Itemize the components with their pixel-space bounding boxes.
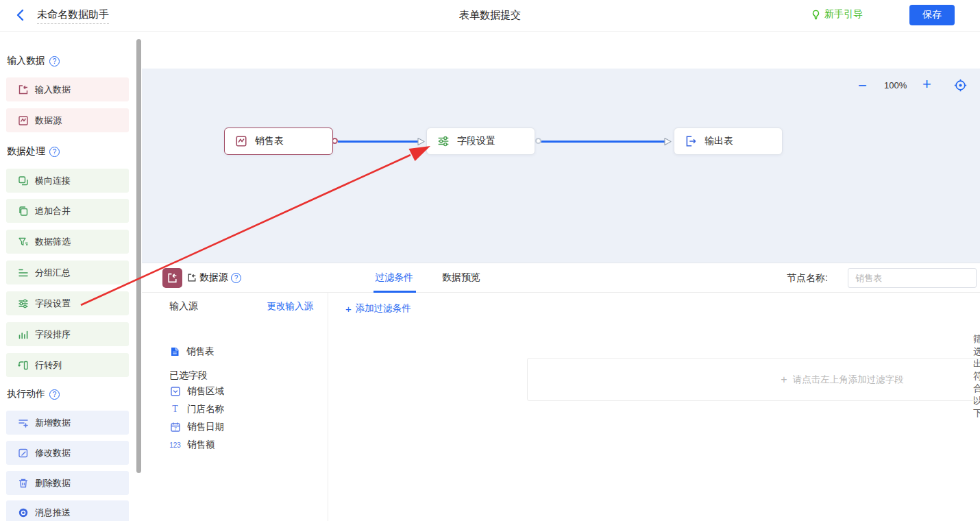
beginner-guide-label: 新手引导: [824, 8, 863, 21]
data-source-icon: [234, 135, 247, 148]
section-title-actions: 执行动作 ?: [7, 388, 60, 400]
tab-data-preview[interactable]: 数据预览: [442, 271, 480, 284]
edge-fields-to-output: [541, 141, 665, 143]
zoom-in-icon[interactable]: +: [922, 75, 931, 93]
section-title-text: 输入数据: [7, 55, 45, 67]
tab-filter-conditions[interactable]: 过滤条件: [375, 271, 413, 284]
sidebar-item-field-settings[interactable]: 字段设置: [6, 291, 129, 315]
sidebar-item-input-data[interactable]: 输入数据: [6, 77, 129, 101]
top-header: 未命名数据助手 表单数据提交 新手引导 保存: [0, 0, 980, 32]
plus-icon: +: [781, 374, 787, 386]
node-sales-table[interactable]: 销售表: [224, 128, 333, 155]
sidebar-item-label: 追加合并: [35, 205, 71, 217]
help-icon[interactable]: ?: [49, 56, 60, 66]
sidebar-item-label: 修改数据: [35, 447, 71, 459]
sidebar-item-add-data[interactable]: 新增数据: [6, 411, 129, 435]
node-name-label: 节点名称:: [787, 272, 828, 284]
sidebar-item-label: 新增数据: [35, 417, 71, 429]
filter-conditions-area: + 添加过滤条件 筛选出符合以下 所有 条件的数据 + 请点击左上角添加过滤字段: [328, 293, 980, 521]
message-push-icon: [17, 507, 29, 518]
field-row-sales-amount: 123 销售额: [169, 439, 215, 451]
section-title-text: 数据处理: [7, 145, 45, 158]
edge-arrowhead-icon: [663, 137, 672, 146]
sidebar-item-horizontal-join[interactable]: 横向连接: [6, 169, 129, 193]
field-name: 销售区域: [187, 385, 224, 398]
sidebar-item-delete-data[interactable]: 删除数据: [6, 471, 129, 495]
sidebar-item-label: 数据源: [35, 114, 62, 127]
back-icon[interactable]: [14, 8, 27, 22]
zoom-level: 100%: [884, 80, 907, 90]
page-title: 表单数据提交: [459, 9, 521, 22]
node-name-input[interactable]: [848, 268, 977, 288]
sidebar-item-label: 分组汇总: [35, 267, 71, 279]
field-row-sales-date: 7 销售日期: [169, 421, 224, 433]
copy-icon: [17, 205, 29, 217]
flow-canvas[interactable]: [142, 69, 980, 263]
sidebar-item-label: 字段排序: [35, 328, 71, 341]
document-title[interactable]: 未命名数据助手: [37, 8, 109, 24]
fit-view-icon[interactable]: [954, 79, 967, 92]
sidebar-item-label: 字段设置: [35, 298, 71, 310]
zoom-out-icon[interactable]: −: [858, 77, 867, 95]
app-window: 未命名数据助手 表单数据提交 新手引导 保存 输入数据 ? 输入数据 数据源: [0, 0, 980, 521]
rotate-column-icon: [17, 359, 29, 371]
select-field-icon: [169, 386, 181, 398]
sidebar-item-label: 行转列: [35, 359, 62, 372]
section-title-text: 执行动作: [7, 388, 45, 400]
help-icon[interactable]: ?: [49, 389, 60, 400]
sidebar-item-row-to-column[interactable]: 行转列: [6, 353, 129, 377]
panel-header: 数据源 ? 过滤条件 数据预览 节点名称:: [142, 263, 980, 293]
source-file-name: 销售表: [186, 346, 215, 358]
lightbulb-icon: [811, 10, 821, 20]
beginner-guide-button[interactable]: 新手引导: [811, 8, 863, 21]
overlap-squares-icon: [17, 175, 29, 186]
node-field-settings[interactable]: 字段设置: [426, 128, 535, 155]
change-input-source-link[interactable]: 更改输入源: [267, 300, 314, 313]
source-file-row: 销售表: [169, 346, 215, 358]
sidebar-item-data-filter[interactable]: 数据筛选: [6, 230, 129, 254]
input-source-row: 输入源 更改输入源: [169, 300, 313, 313]
add-filter-label: 添加过滤条件: [356, 302, 411, 315]
input-source-column: 输入源 更改输入源 销售表 已选字段 销售区域 T 门店名称: [142, 293, 328, 521]
field-row-store-name: T 门店名称: [169, 403, 224, 415]
input-source-label: 输入源: [169, 300, 198, 313]
field-name: 门店名称: [187, 403, 224, 415]
sidebar-item-modify-data[interactable]: 修改数据: [6, 441, 129, 465]
document-icon: [169, 346, 180, 357]
trash-icon: [17, 477, 29, 489]
node-output-table[interactable]: 输出表: [674, 128, 783, 155]
node-label: 销售表: [255, 135, 284, 147]
output-port[interactable]: [535, 138, 541, 144]
add-filter-condition-link[interactable]: + 添加过滤条件: [345, 302, 411, 315]
panel-source-title: 数据源 ?: [187, 271, 241, 284]
sidebar-item-append-merge[interactable]: 追加合并: [6, 199, 129, 223]
calendar-field-icon: 7: [169, 422, 181, 433]
help-icon[interactable]: ?: [49, 147, 60, 157]
import-box-icon: [187, 273, 197, 282]
plus-icon: +: [345, 303, 352, 315]
sidebar-item-data-source[interactable]: 数据源: [6, 108, 129, 132]
sidebar-item-label: 消息推送: [35, 507, 71, 519]
selected-fields-label: 已选字段: [169, 369, 208, 382]
sidebar-item-group-summary[interactable]: 分组汇总: [6, 260, 129, 284]
field-name: 销售日期: [187, 421, 224, 433]
data-source-badge-icon: [162, 268, 182, 288]
sidebar-item-message-push[interactable]: 消息推送: [6, 500, 129, 521]
sliders-icon: [17, 298, 29, 309]
empty-filter-placeholder: + 请点击左上角添加过滤字段: [527, 358, 980, 401]
sidebar-item-field-sort[interactable]: 字段排序: [6, 322, 129, 346]
sidebar-item-label: 删除数据: [35, 477, 71, 489]
canvas-toolbar: 助手触发条件 + 添加模拟数据 执行动作顺序 开启中: [142, 32, 980, 69]
number-field-icon: 123: [169, 439, 181, 451]
sidebar-item-label: 输入数据: [35, 84, 71, 96]
field-name: 销售额: [187, 439, 215, 451]
save-button[interactable]: 保存: [909, 5, 955, 25]
list-plus-icon: [17, 417, 29, 428]
text-field-icon: T: [169, 404, 181, 415]
ascending-bars-icon: [17, 328, 29, 340]
list-lines-icon: [17, 267, 29, 278]
export-box-icon: [684, 135, 697, 148]
help-icon[interactable]: ?: [231, 273, 241, 283]
sidebar-scrollbar[interactable]: [136, 39, 141, 473]
sliders-icon: [437, 135, 450, 148]
